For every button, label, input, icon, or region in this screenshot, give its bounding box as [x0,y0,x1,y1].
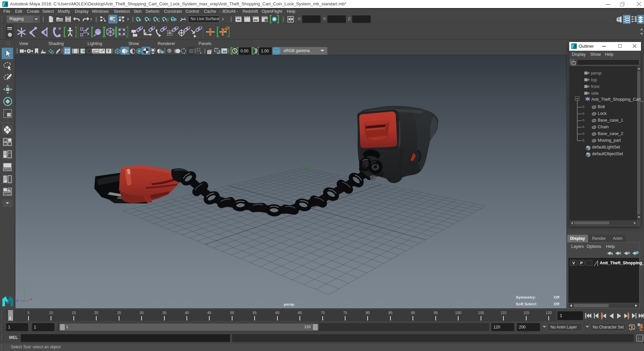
svg-text:y: y [23,287,25,290]
svg-text:ON: ON [275,50,278,53]
svg-text:x: x [31,297,33,301]
svg-text:T: T [107,49,110,53]
svg-text:Off: Off [554,302,559,306]
svg-text:+: + [4,143,6,146]
svg-text:Off: Off [554,295,559,299]
svg-text:persp: persp [284,302,294,306]
svg-text:z: z [16,299,18,302]
svg-text:{:}: {:} [638,337,643,341]
svg-text:IPR: IPR [254,19,258,21]
svg-text:Symmetry:: Symmetry: [516,295,536,299]
svg-text:Soft Select:: Soft Select: [516,302,537,306]
svg-text:+: + [4,139,6,142]
